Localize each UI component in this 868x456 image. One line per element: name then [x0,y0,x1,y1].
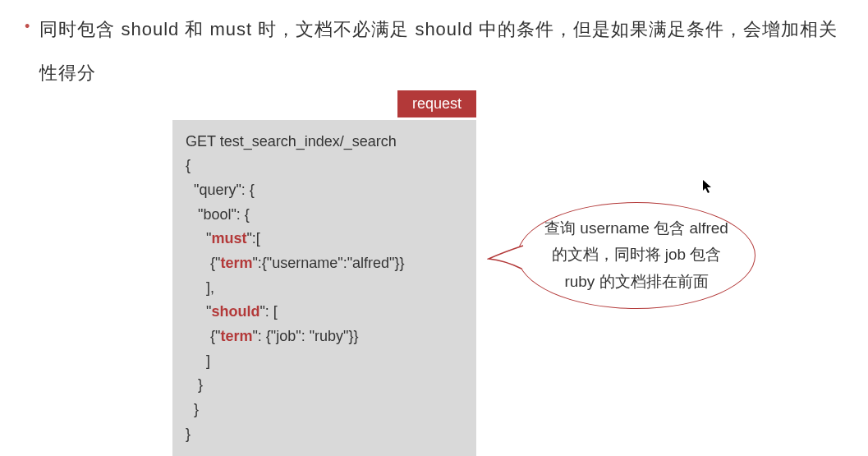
keyword-must: must [211,230,246,246]
code-container: request GET test_search_index/_search { … [172,120,476,456]
code-block: GET test_search_index/_search { "query":… [172,120,476,456]
code-line: {" [186,328,220,344]
code-line: "query": { [186,182,255,198]
keyword-should: should [211,303,259,320]
bullet-point: • 同时包含 should 和 must 时，文档不必满足 should 中的条… [25,8,843,95]
code-line: } [186,376,203,393]
speech-bubble-container: 查询 username 包含 alfred 的文档，同时将 job 包含 rub… [517,202,755,309]
code-line: ": [ [259,303,277,320]
code-line: ] [186,352,210,369]
code-line: } [186,426,191,442]
bullet-dot-icon: • [25,13,30,39]
bullet-text: 同时包含 should 和 must 时，文档不必满足 should 中的条件，… [39,8,843,95]
code-line: ": {"job": "ruby"}} [252,328,358,344]
content-area: request GET test_search_index/_search { … [172,120,843,456]
bubble-text: 查询 username 包含 alfred 的文档，同时将 job 包含 rub… [541,215,732,295]
code-line: { [186,157,191,173]
code-line: "bool": { [186,206,250,223]
code-line: ":[ [246,230,259,246]
code-line: } [186,401,199,417]
code-line: " [186,303,211,320]
bubble-tail-icon [487,236,526,277]
request-tab: request [397,90,476,117]
code-line: {" [186,255,220,271]
keyword-term: term [220,328,252,344]
code-line: " [186,230,211,246]
code-line: ], [186,279,214,296]
code-line: GET test_search_index/_search [186,133,397,150]
speech-bubble: 查询 username 包含 alfred 的文档，同时将 job 包含 rub… [517,202,755,309]
keyword-term: term [220,255,252,271]
code-line: ":{"username":"alfred"}} [252,255,404,271]
cursor-icon [702,179,714,196]
